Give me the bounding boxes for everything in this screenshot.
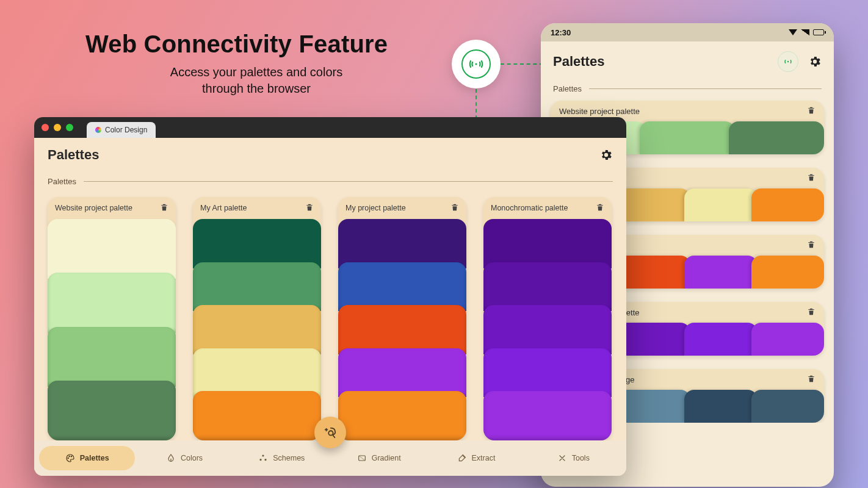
color-swatch[interactable] <box>684 256 758 289</box>
color-swatch[interactable] <box>684 390 758 423</box>
nav-label: Gradient <box>372 454 401 462</box>
divider <box>589 88 822 89</box>
color-swatch[interactable] <box>338 219 466 268</box>
palette-name: My project palette <box>345 204 406 212</box>
wifi-icon <box>789 29 797 35</box>
color-swatch[interactable] <box>640 121 735 154</box>
color-swatch[interactable] <box>193 348 321 398</box>
signal-icon <box>801 29 809 35</box>
phone-section-label-text: Palettes <box>553 84 582 93</box>
palette-card[interactable]: Monochromatic palette <box>483 197 612 440</box>
swatch-stack <box>193 219 321 440</box>
settings-icon[interactable] <box>599 148 613 162</box>
marketing-headline: Web Connectivity Feature Access your pal… <box>85 30 427 97</box>
color-swatch[interactable] <box>338 305 466 354</box>
color-swatch[interactable] <box>751 188 825 221</box>
color-swatch[interactable] <box>751 256 825 289</box>
color-swatch[interactable] <box>338 348 466 398</box>
palette-grid: Website project paletteMy Art paletteMy … <box>34 188 626 440</box>
color-swatch[interactable] <box>483 262 612 312</box>
swatch-stack <box>338 219 466 440</box>
delete-palette-button[interactable] <box>305 203 314 214</box>
nav-item-gradient[interactable]: Gradient <box>331 446 427 470</box>
color-swatch[interactable] <box>48 273 176 332</box>
color-swatch[interactable] <box>483 348 612 398</box>
color-swatch[interactable] <box>751 323 825 356</box>
color-swatch[interactable] <box>618 390 691 423</box>
delete-palette-button[interactable] <box>807 240 816 251</box>
app-header: Palettes <box>34 138 626 172</box>
swatch-stack <box>48 219 176 440</box>
nav-item-colors[interactable]: Colors <box>136 446 232 470</box>
color-swatch[interactable] <box>193 262 321 312</box>
color-swatch[interactable] <box>483 391 612 440</box>
headline-title: Web Connectivity Feature <box>85 30 427 58</box>
svg-point-2 <box>68 458 68 458</box>
headline-subtitle: Access your palettes and colors through … <box>85 64 427 97</box>
color-swatch[interactable] <box>618 323 691 356</box>
nav-item-schemes[interactable]: Schemes <box>234 446 330 470</box>
window-close-icon[interactable] <box>42 124 49 131</box>
palette-card[interactable]: My Art palette <box>193 197 321 440</box>
color-swatch[interactable] <box>193 391 321 440</box>
phone-header-title: Palettes <box>553 54 604 70</box>
color-swatch[interactable] <box>48 327 176 387</box>
browser-window: Color Design Palettes Palettes Website p… <box>34 117 626 476</box>
color-swatch[interactable] <box>483 219 612 268</box>
section-label-text: Palettes <box>48 177 76 186</box>
color-swatch[interactable] <box>684 188 758 221</box>
window-minimize-icon[interactable] <box>54 124 61 131</box>
color-swatch[interactable] <box>338 391 466 440</box>
tab-title: Color Design <box>105 126 147 134</box>
tab-favicon-icon <box>95 127 101 133</box>
color-swatch[interactable] <box>193 219 321 268</box>
connectivity-hub-icon <box>452 40 501 88</box>
color-swatch[interactable] <box>193 305 321 354</box>
window-zoom-icon[interactable] <box>66 124 73 131</box>
color-swatch[interactable] <box>48 381 176 440</box>
color-swatch[interactable] <box>618 256 691 289</box>
connectivity-status-icon[interactable] <box>778 51 798 72</box>
color-swatch[interactable] <box>684 323 758 356</box>
palette-card-header: Monochromatic palette <box>483 197 612 219</box>
nav-label: Palettes <box>80 454 109 462</box>
divider <box>84 181 613 182</box>
delete-palette-button[interactable] <box>450 203 459 214</box>
connector-line <box>501 63 543 65</box>
color-swatch[interactable] <box>618 188 691 221</box>
palette-card[interactable]: Website project palette <box>48 197 176 440</box>
color-swatch[interactable] <box>751 390 825 423</box>
svg-point-7 <box>265 459 267 461</box>
nav-label: Schemes <box>273 454 305 462</box>
settings-icon[interactable] <box>808 55 822 68</box>
phone-status-icons <box>789 29 824 35</box>
nav-item-tools[interactable]: Tools <box>526 446 621 470</box>
nav-label: Colors <box>181 454 203 462</box>
nav-label: Tools <box>572 454 590 462</box>
palette-card-header: My Art palette <box>193 197 321 219</box>
nav-label: Extract <box>472 454 496 462</box>
battery-icon <box>813 29 824 35</box>
palette-card[interactable]: My project palette <box>338 197 466 440</box>
svg-point-1 <box>787 61 789 62</box>
nav-item-palettes[interactable]: Palettes <box>39 446 135 470</box>
svg-point-0 <box>475 63 477 65</box>
palette-card-header: My project palette <box>338 197 466 219</box>
nav-item-extract[interactable]: Extract <box>428 446 524 470</box>
svg-point-3 <box>69 456 70 456</box>
palette-name: Website project palette <box>559 107 640 116</box>
delete-palette-button[interactable] <box>807 375 816 385</box>
delete-palette-button[interactable] <box>807 106 816 117</box>
color-swatch[interactable] <box>338 262 466 312</box>
delete-palette-button[interactable] <box>160 203 168 214</box>
delete-palette-button[interactable] <box>596 203 604 214</box>
color-swatch[interactable] <box>483 305 612 354</box>
color-swatch[interactable] <box>729 121 824 154</box>
browser-tab[interactable]: Color Design <box>87 122 156 138</box>
svg-point-5 <box>262 454 264 456</box>
delete-palette-button[interactable] <box>807 307 816 318</box>
delete-palette-button[interactable] <box>807 173 816 184</box>
add-palette-button[interactable] <box>314 417 346 448</box>
color-swatch[interactable] <box>48 219 176 279</box>
phone-app-header: Palettes <box>541 41 834 82</box>
